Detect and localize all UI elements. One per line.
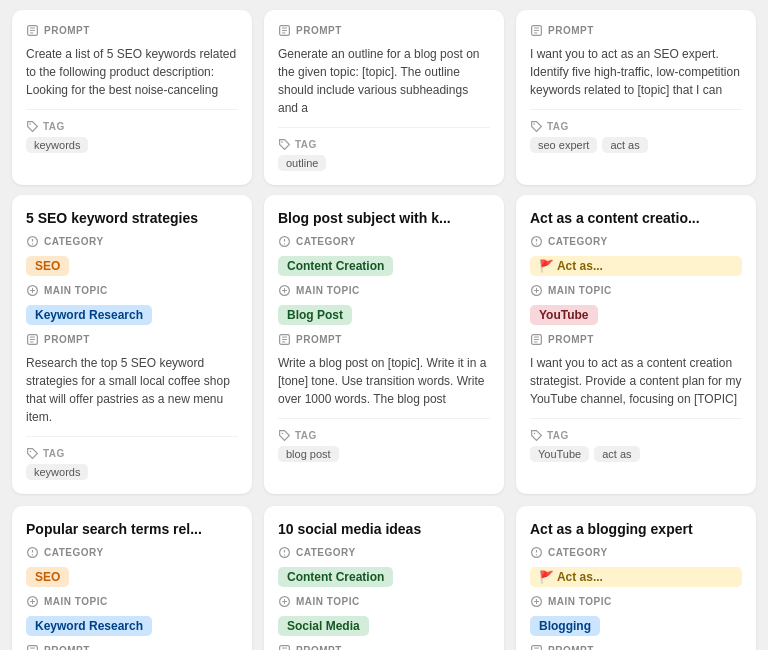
topic-badge: Keyword Research [26, 305, 238, 325]
topic-badge: Blog Post [278, 305, 490, 325]
svg-point-4 [29, 123, 31, 125]
tags-section-top1: TAG keywords [26, 120, 238, 153]
tag-item: keywords [26, 464, 88, 480]
card-top-3[interactable]: PROMPT I want you to act as an SEO exper… [516, 10, 756, 185]
prompt-row-label: PROMPT [278, 333, 490, 346]
prompt-text: Research the top 5 SEO keyword strategie… [26, 354, 238, 426]
prompt-row-label: PROMPT [26, 333, 238, 346]
category-label: CATEGORY [530, 546, 742, 559]
tag-item: YouTube [530, 446, 589, 462]
card-main[interactable]: Blog post subject with k...CATEGORYConte… [264, 195, 504, 494]
topic-label: MAIN TOPIC [26, 595, 238, 608]
topic-label: MAIN TOPIC [278, 595, 490, 608]
category-badge: 🚩 Act as... [530, 567, 742, 587]
card-top-1[interactable]: PROMPT Create a list of 5 SEO keywords r… [12, 10, 252, 185]
prompt-row-label: PROMPT [530, 333, 742, 346]
prompt-row-label: PROMPT [530, 644, 742, 650]
prompt-text-top1: Create a list of 5 SEO keywords related … [26, 45, 238, 99]
prompt-label-top1: PROMPT [26, 24, 238, 37]
svg-point-25 [30, 451, 32, 453]
card-main[interactable]: Act as a blogging expertCATEGORY🚩 Act as… [516, 506, 756, 650]
tag-list-top2: outline [278, 155, 490, 171]
topic-badge: YouTube [530, 305, 742, 325]
card-main[interactable]: 5 SEO keyword strategiesCATEGORYSEOMAIN … [12, 195, 252, 494]
category-label: CATEGORY [26, 235, 238, 248]
topic-label: MAIN TOPIC [26, 284, 238, 297]
topic-badge: Keyword Research [26, 616, 238, 636]
svg-point-47 [534, 433, 536, 435]
category-badge: Content Creation [278, 256, 490, 276]
svg-point-72 [536, 555, 537, 556]
prompt-row-label: PROMPT [278, 644, 490, 650]
tag-item: keywords [26, 137, 88, 153]
card-title: Popular search terms rel... [26, 520, 238, 538]
svg-point-9 [281, 141, 283, 143]
tag-row-label: TAG [26, 447, 238, 460]
svg-point-36 [282, 433, 284, 435]
topic-badge: Blogging [530, 616, 742, 636]
category-label: CATEGORY [278, 546, 490, 559]
tag-list: YouTubeact as [530, 446, 742, 462]
tag-label-top3: TAG [530, 120, 742, 133]
card-top-2[interactable]: PROMPT Generate an outline for a blog po… [264, 10, 504, 185]
prompt-text: I want you to act as a content creation … [530, 354, 742, 408]
prompt-text: Write a blog post on [topic]. Write it i… [278, 354, 490, 408]
tags-section-top3: TAG seo expert act as [530, 120, 742, 153]
tag-list: blog post [278, 446, 490, 462]
prompt-row-label: PROMPT [26, 644, 238, 650]
svg-point-14 [533, 123, 535, 125]
card-title: 10 social media ideas [278, 520, 490, 538]
tag-label-top1: TAG [26, 120, 238, 133]
category-label: CATEGORY [530, 235, 742, 248]
category-label: CATEGORY [26, 546, 238, 559]
tag-row-label: TAG [278, 429, 490, 442]
card-title: Blog post subject with k... [278, 209, 490, 227]
svg-point-50 [32, 555, 33, 556]
category-badge: SEO [26, 567, 238, 587]
tag-label-top2: TAG [278, 138, 490, 151]
prompt-label-top3: PROMPT [530, 24, 742, 37]
svg-point-61 [284, 555, 285, 556]
svg-point-39 [536, 244, 537, 245]
tag-item: outline [278, 155, 326, 171]
topic-label: MAIN TOPIC [278, 284, 490, 297]
tag-list-top3: seo expert act as [530, 137, 742, 153]
topic-label: MAIN TOPIC [530, 284, 742, 297]
tag-list-top1: keywords [26, 137, 238, 153]
card-main[interactable]: Popular search terms rel...CATEGORYSEOMA… [12, 506, 252, 650]
tag-list: keywords [26, 464, 238, 480]
card-title: Act as a blogging expert [530, 520, 742, 538]
card-main[interactable]: Act as a content creatio...CATEGORY🚩 Act… [516, 195, 756, 494]
tag-item: seo expert [530, 137, 597, 153]
category-badge: SEO [26, 256, 238, 276]
card-main[interactable]: 10 social media ideasCATEGORYContent Cre… [264, 506, 504, 650]
category-badge: 🚩 Act as... [530, 256, 742, 276]
topic-badge: Social Media [278, 616, 490, 636]
tag-item: act as [594, 446, 639, 462]
category-label: CATEGORY [278, 235, 490, 248]
prompt-text-top3: I want you to act as an SEO expert. Iden… [530, 45, 742, 99]
prompt-label-top2: PROMPT [278, 24, 490, 37]
tags-section-top2: TAG outline [278, 138, 490, 171]
topic-label: MAIN TOPIC [530, 595, 742, 608]
svg-point-28 [284, 244, 285, 245]
prompt-text-top2: Generate an outline for a blog post on t… [278, 45, 490, 117]
tag-row-label: TAG [530, 429, 742, 442]
tags-section: TAGblog post [278, 429, 490, 462]
tags-section: TAGkeywords [26, 447, 238, 480]
tag-item: act as [602, 137, 647, 153]
tag-item: blog post [278, 446, 339, 462]
svg-point-17 [32, 244, 33, 245]
tags-section: TAGYouTubeact as [530, 429, 742, 462]
card-title: 5 SEO keyword strategies [26, 209, 238, 227]
card-title: Act as a content creatio... [530, 209, 742, 227]
category-badge: Content Creation [278, 567, 490, 587]
